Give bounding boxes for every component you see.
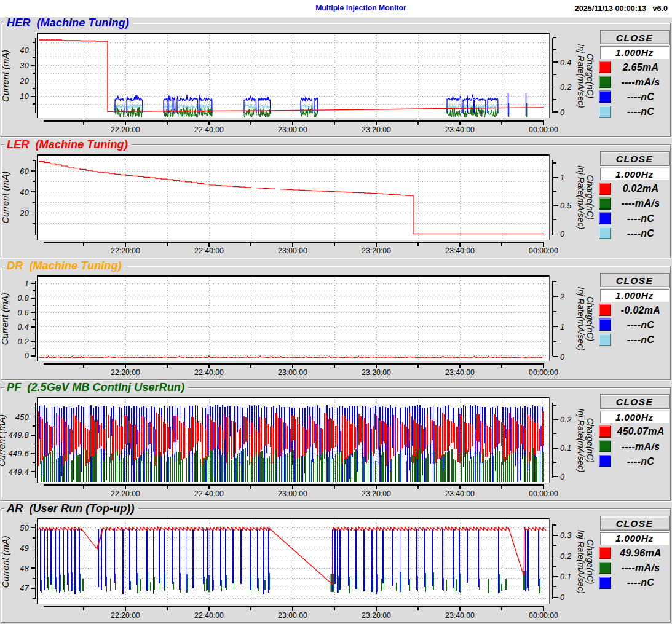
svg-text:22:20:00: 22:20:00 (111, 489, 140, 498)
svg-text:49: 49 (20, 544, 29, 553)
svg-text:0.5: 0.5 (560, 202, 572, 210)
svg-text:CLOSE: CLOSE (616, 397, 653, 407)
svg-text:40: 40 (20, 188, 29, 197)
svg-text:20: 20 (19, 77, 29, 85)
svg-text:Inj Rate(mA/sec): Inj Rate(mA/sec) (576, 530, 586, 594)
svg-text:Current (mA): Current (mA) (1, 50, 10, 102)
svg-text:48: 48 (20, 564, 29, 573)
svg-text:2: 2 (559, 293, 564, 301)
svg-text:Multiple Injection Monitor: Multiple Injection Monitor (315, 4, 406, 12)
svg-text:0.2: 0.2 (560, 552, 572, 561)
svg-text:20: 20 (19, 209, 29, 218)
svg-text:CLOSE: CLOSE (616, 518, 653, 529)
svg-text:0.1: 0.1 (560, 572, 572, 581)
svg-text:LER (Machine Tuning): LER (Machine Tuning) (7, 138, 128, 151)
svg-text:23:40:00: 23:40:00 (445, 611, 475, 620)
svg-text:Charge(nC): Charge(nC) (585, 175, 595, 220)
svg-text:----nC: ----nC (627, 334, 655, 345)
svg-text:40: 40 (20, 46, 29, 55)
svg-text:----nC: ----nC (627, 577, 655, 588)
svg-text:23:20:00: 23:20:00 (362, 247, 391, 255)
svg-text:----mA/s: ----mA/s (622, 563, 660, 573)
svg-text:CLOSE: CLOSE (616, 154, 653, 164)
svg-text:449.4: 449.4 (9, 468, 29, 476)
svg-text:Charge(nC): Charge(nC) (585, 418, 595, 463)
svg-text:0.02mA: 0.02mA (623, 183, 659, 194)
svg-text:-0.02mA: -0.02mA (621, 305, 660, 315)
svg-text:22:40:00: 22:40:00 (194, 125, 224, 134)
svg-text:0.1: 0.1 (560, 444, 572, 452)
svg-text:23:20:00: 23:20:00 (362, 368, 391, 377)
svg-text:CLOSE: CLOSE (616, 33, 653, 43)
svg-text:----mA/s: ----mA/s (622, 77, 660, 87)
svg-text:23:40:00: 23:40:00 (445, 489, 475, 498)
svg-text:0: 0 (560, 230, 564, 239)
svg-text:47: 47 (20, 584, 29, 593)
svg-text:10: 10 (20, 92, 29, 101)
svg-text:450.07mA: 450.07mA (616, 426, 664, 436)
svg-text:Charge(nC): Charge(nC) (585, 539, 595, 584)
svg-text:23:00:00: 23:00:00 (278, 368, 307, 377)
svg-text:Inj Rate(mA/sec): Inj Rate(mA/sec) (576, 44, 586, 108)
svg-text:450: 450 (15, 413, 29, 422)
svg-text:Charge(nC): Charge(nC) (585, 53, 595, 98)
svg-text:2.65mA: 2.65mA (622, 62, 659, 73)
svg-text:23:20:00: 23:20:00 (362, 611, 391, 620)
svg-text:0: 0 (560, 473, 564, 481)
svg-text:0.4: 0.4 (17, 323, 29, 331)
svg-text:23:20:00: 23:20:00 (362, 489, 391, 498)
svg-text:0: 0 (560, 593, 564, 602)
svg-text:----nC: ----nC (627, 228, 655, 239)
svg-text:----mA/s: ----mA/s (622, 441, 660, 452)
svg-text:449.8: 449.8 (9, 431, 29, 440)
svg-text:DR (Machine Tuning): DR (Machine Tuning) (7, 259, 122, 272)
svg-text:Inj Rate(mA/sec): Inj Rate(mA/sec) (576, 408, 586, 472)
svg-text:22:20:00: 22:20:00 (111, 368, 140, 377)
svg-text:00:00:00: 00:00:00 (529, 125, 558, 134)
svg-text:1: 1 (560, 323, 564, 331)
svg-text:Charge(nC): Charge(nC) (585, 296, 595, 341)
svg-text:Inj Rate(mA/sec): Inj Rate(mA/sec) (576, 287, 586, 351)
svg-text:00:00:00: 00:00:00 (529, 489, 558, 498)
svg-text:Current (mA): Current (mA) (1, 535, 10, 588)
svg-text:1: 1 (25, 280, 29, 288)
svg-text:----mA/s: ----mA/s (622, 198, 660, 208)
svg-text:CLOSE: CLOSE (616, 275, 653, 286)
svg-text:0: 0 (560, 353, 564, 361)
svg-text:30: 30 (20, 61, 29, 70)
svg-text:Current (mA): Current (mA) (1, 172, 10, 224)
svg-text:PF (2.5GeV MB ContInj UserRun: PF (2.5GeV MB ContInj UserRun) (7, 381, 184, 393)
svg-text:1.000Hz: 1.000Hz (615, 47, 654, 58)
svg-text:22:20:00: 22:20:00 (111, 611, 140, 620)
svg-text:449.6: 449.6 (9, 449, 29, 458)
svg-text:2025/11/13 00:00:13 v6.0: 2025/11/13 00:00:13 v6.0 (575, 4, 668, 13)
svg-text:0: 0 (560, 108, 564, 117)
svg-text:22:40:00: 22:40:00 (194, 368, 224, 377)
svg-text:Current (mA): Current (mA) (0, 414, 7, 467)
svg-text:23:40:00: 23:40:00 (445, 368, 475, 377)
svg-text:----nC: ----nC (627, 92, 655, 102)
svg-text:0.2: 0.2 (560, 416, 572, 424)
svg-text:----nC: ----nC (627, 456, 655, 467)
svg-text:22:40:00: 22:40:00 (194, 611, 224, 620)
svg-text:23:40:00: 23:40:00 (445, 125, 475, 134)
svg-text:0: 0 (25, 352, 29, 360)
svg-text:Inj Rate(mA/sec): Inj Rate(mA/sec) (576, 165, 586, 229)
svg-text:HER (Machine Tuning): HER (Machine Tuning) (7, 17, 129, 29)
svg-text:23:00:00: 23:00:00 (278, 247, 307, 255)
svg-text:22:40:00: 22:40:00 (194, 247, 224, 255)
svg-text:0.3: 0.3 (560, 531, 572, 540)
svg-text:----nC: ----nC (627, 320, 655, 330)
svg-text:23:20:00: 23:20:00 (362, 125, 391, 134)
svg-text:22:40:00: 22:40:00 (194, 489, 224, 498)
svg-text:1.000Hz: 1.000Hz (615, 169, 654, 180)
svg-text:49.96mA: 49.96mA (619, 548, 662, 558)
svg-text:----nC: ----nC (627, 213, 655, 224)
svg-text:1: 1 (560, 173, 564, 182)
svg-text:1.000Hz: 1.000Hz (615, 290, 654, 301)
svg-text:----nC: ----nC (627, 106, 655, 117)
svg-text:00:00:00: 00:00:00 (529, 368, 558, 377)
svg-text:0.2: 0.2 (17, 338, 29, 346)
svg-text:23:00:00: 23:00:00 (278, 611, 307, 620)
svg-text:00:00:00: 00:00:00 (529, 247, 558, 255)
